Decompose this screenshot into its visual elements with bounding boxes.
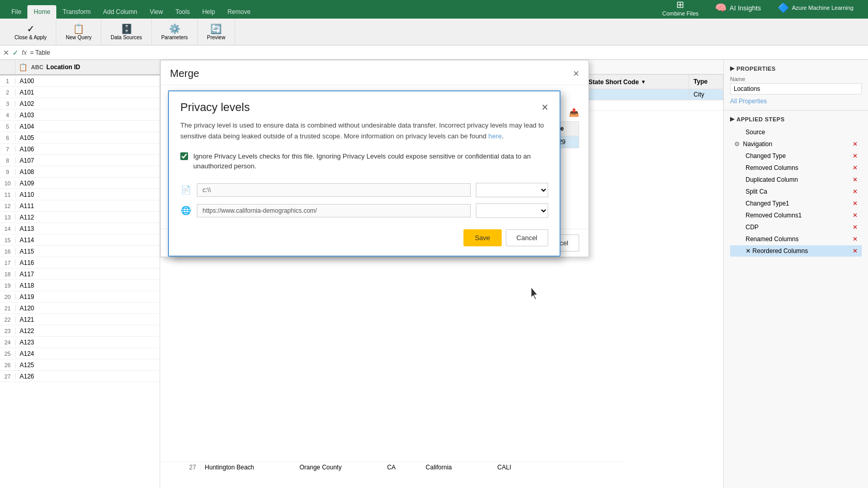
properties-section: ▶ PROPERTIES Name All Properties — [724, 60, 868, 111]
data-sources-btn[interactable]: 🗄️ Data Sources — [107, 22, 145, 42]
file-source-input[interactable] — [197, 183, 471, 197]
new-query-btn[interactable]: 📋 New Query — [63, 22, 95, 42]
tab-add-column[interactable]: Add Column — [97, 5, 144, 19]
tab-home[interactable]: Home — [27, 5, 56, 19]
all-properties-link[interactable]: All Properties — [730, 98, 862, 105]
export-icon[interactable]: 📤 — [569, 107, 579, 117]
grid-row[interactable]: 23 A122 — [0, 325, 160, 337]
step-item[interactable]: Renamed Columns✕ — [730, 233, 862, 245]
step-item[interactable]: Removed Columns1✕ — [730, 210, 862, 221]
grid-row[interactable]: 12 A111 — [0, 200, 160, 212]
tab-help[interactable]: Help — [196, 5, 221, 19]
privacy-close-button[interactable]: × — [541, 101, 548, 114]
privacy-dialog-title: Privacy levels — [180, 101, 250, 114]
privacy-cancel-button[interactable]: Cancel — [506, 229, 548, 246]
col-header-type[interactable]: Type — [689, 75, 723, 89]
step-item[interactable]: Removed Columns✕ — [730, 162, 862, 174]
grid-row[interactable]: 13 A112 — [0, 212, 160, 223]
grid-row[interactable]: 19 A118 — [0, 280, 160, 291]
accept-formula-icon[interactable]: ✓ — [12, 49, 19, 57]
azure-ml-btn[interactable]: 🔷 Azure Machine Learning — [773, 0, 858, 15]
privacy-dialog: Privacy levels × The privacy level is us… — [168, 90, 561, 257]
tab-tools[interactable]: Tools — [169, 5, 196, 19]
grid-row[interactable]: 20 A119 — [0, 291, 160, 303]
name-input[interactable] — [730, 83, 862, 95]
step-item[interactable]: Duplicated Column✕ — [730, 174, 862, 185]
applied-steps-header: ▶ APPLIED STEPS — [730, 116, 862, 122]
ribbon: File Home Transform Add Column View Tool… — [0, 0, 868, 45]
grid-row[interactable]: 27 A126 — [0, 371, 160, 382]
grid-row[interactable]: 9 A108 — [0, 166, 160, 178]
step-item[interactable]: Split Ca✕ — [730, 186, 862, 197]
step-item[interactable]: ✕ Reordered Columns✕ — [730, 245, 862, 257]
step-label: Removed Columns1 — [746, 212, 849, 219]
col-header-location-id[interactable]: Location ID — [44, 64, 80, 71]
grid-row[interactable]: 7 A106 — [0, 144, 160, 155]
parameters-btn[interactable]: ⚙️ Parameters — [158, 22, 191, 42]
step-delete-icon[interactable]: ✕ — [853, 212, 858, 219]
step-item[interactable]: Changed Type✕ — [730, 150, 862, 162]
formula-input: = Table — [30, 49, 50, 56]
merge-close-button[interactable]: × — [573, 68, 579, 80]
grid-body: 1 A100 2 A101 3 A102 4 A103 5 A104 6 A10… — [0, 75, 160, 488]
step-delete-icon[interactable]: ✕ — [853, 140, 858, 148]
grid-row[interactable]: 4 A103 — [0, 109, 160, 121]
grid-row[interactable]: 17 A116 — [0, 257, 160, 269]
privacy-sources: 📄 None Public Organizational Private 🌐 — [180, 183, 548, 218]
grid-row[interactable]: 25 A124 — [0, 348, 160, 359]
step-label: CDP — [746, 224, 849, 231]
web-source-input[interactable] — [197, 204, 471, 217]
ribbon-group-parameters: ⚙️ Parameters — [152, 19, 198, 45]
privacy-description: The privacy level is used to ensure data… — [180, 120, 548, 142]
step-delete-icon[interactable]: ✕ — [853, 235, 858, 243]
grid-row[interactable]: 22 A121 — [0, 314, 160, 325]
step-label: Removed Columns — [746, 164, 849, 171]
grid-row[interactable]: 21 A120 — [0, 303, 160, 314]
grid-row[interactable]: 15 A114 — [0, 234, 160, 246]
grid-row[interactable]: 8 A107 — [0, 155, 160, 166]
tab-remove[interactable]: Remove — [221, 5, 257, 19]
step-delete-icon[interactable]: ✕ — [853, 247, 858, 255]
grid-row[interactable]: 14 A113 — [0, 223, 160, 234]
file-source-icon: 📄 — [180, 185, 192, 195]
grid-row[interactable]: 2 A101 — [0, 87, 160, 98]
step-delete-icon[interactable]: ✕ — [853, 188, 858, 195]
close-apply-btn[interactable]: ✓ Close & Apply — [11, 22, 50, 42]
grid-row[interactable]: 6 A105 — [0, 132, 160, 144]
privacy-checkbox[interactable] — [180, 152, 188, 160]
preview-btn[interactable]: 🔄 Preview — [204, 22, 229, 42]
step-delete-icon[interactable]: ✕ — [853, 176, 858, 183]
steps-list: Source⚙Navigation✕Changed Type✕Removed C… — [730, 127, 862, 257]
step-item[interactable]: Source — [730, 127, 862, 138]
cancel-formula-icon[interactable]: ✕ — [3, 49, 9, 57]
privacy-here-link[interactable]: here — [488, 132, 502, 140]
step-delete-icon[interactable]: ✕ — [853, 164, 858, 171]
tab-view[interactable]: View — [144, 5, 169, 19]
grid-row[interactable]: 5 A104 — [0, 121, 160, 132]
privacy-save-button[interactable]: Save — [463, 229, 502, 246]
step-delete-icon[interactable]: ✕ — [853, 152, 858, 160]
file-source-dropdown[interactable]: None Public Organizational Private — [476, 183, 548, 197]
step-label: ✕ Reordered Columns — [746, 247, 849, 255]
grid-row[interactable]: 26 A125 — [0, 359, 160, 371]
web-source-dropdown[interactable]: None Public Organizational Private — [476, 203, 548, 218]
azure-ml-label: Azure Machine Learning — [792, 5, 854, 11]
step-delete-icon[interactable]: ✕ — [853, 200, 858, 207]
grid-row[interactable]: 3 A102 — [0, 98, 160, 109]
ai-insights-icon: 🧠 — [715, 2, 726, 13]
combine-files-btn[interactable]: ⊞ Combine Files — [658, 0, 703, 19]
ai-insights-btn[interactable]: 🧠 AI Insights — [711, 0, 765, 15]
grid-row[interactable]: 1 A100 — [0, 75, 160, 87]
step-item[interactable]: CDP✕ — [730, 222, 862, 233]
grid-row[interactable]: 18 A117 — [0, 269, 160, 280]
tab-transform[interactable]: Transform — [56, 5, 97, 19]
tab-file[interactable]: File — [5, 5, 27, 19]
grid-row[interactable]: 10 A109 — [0, 178, 160, 189]
grid-row[interactable]: 11 A110 — [0, 189, 160, 200]
merge-dialog-title: Merge — [170, 68, 199, 80]
step-delete-icon[interactable]: ✕ — [853, 224, 858, 231]
step-item[interactable]: ⚙Navigation✕ — [730, 138, 862, 150]
grid-row[interactable]: 16 A115 — [0, 246, 160, 257]
grid-row[interactable]: 24 A123 — [0, 337, 160, 348]
step-item[interactable]: Changed Type1✕ — [730, 198, 862, 209]
